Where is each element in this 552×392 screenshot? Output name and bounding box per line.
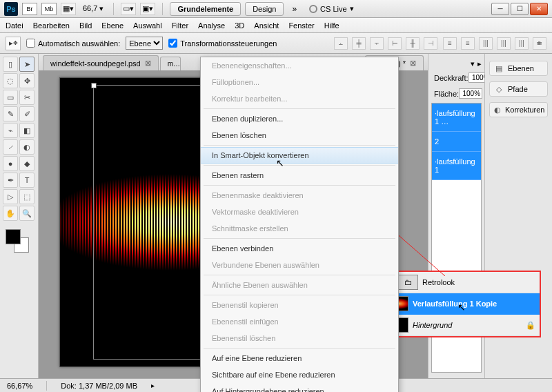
layer-item[interactable]: ·laufsfüllung 1: [432, 152, 481, 180]
context-menu-item[interactable]: Ebenen rastern: [201, 167, 398, 184]
workspace-design[interactable]: Design: [245, 2, 284, 16]
tool-heal[interactable]: ✎: [3, 106, 18, 121]
status-doc[interactable]: Dok: 1,37 MB/2,09 MB: [61, 382, 137, 390]
tool-crop[interactable]: ▭: [3, 90, 18, 105]
tool-dodge[interactable]: ◆: [19, 156, 34, 171]
align-top-icon[interactable]: ⫠: [334, 37, 348, 50]
bridge-button[interactable]: Br: [22, 3, 37, 15]
tool-history[interactable]: ◧: [19, 123, 34, 138]
tool-path-select[interactable]: ▷: [3, 189, 18, 204]
menu-bearbeiten[interactable]: Bearbeiten: [33, 21, 70, 30]
dist-2-icon[interactable]: ≡: [461, 37, 475, 50]
tool-shape[interactable]: ⬚: [19, 189, 34, 204]
view-extras-icon[interactable]: ▦▾: [61, 3, 76, 15]
tool-eraser[interactable]: ⟋: [3, 139, 18, 155]
menu-analyse[interactable]: Analyse: [198, 21, 225, 30]
menu-hilfe[interactable]: Hilfe: [324, 21, 339, 30]
fill-input[interactable]: [459, 88, 482, 99]
tool-zoom[interactable]: 🔍: [19, 206, 34, 221]
transform-controls-input[interactable]: [168, 39, 177, 48]
maximize-button[interactable]: ☐: [511, 3, 529, 15]
tool-brush[interactable]: ✐: [19, 106, 34, 121]
tool-pen[interactable]: ✒: [3, 173, 18, 188]
zoom-value[interactable]: 66,7 ▾: [80, 4, 106, 13]
context-menu-item[interactable]: Ebenen verbinden: [201, 240, 398, 257]
layer-item[interactable]: ·laufsfüllung 1 …: [432, 104, 481, 132]
tool-lasso[interactable]: ◌: [3, 73, 18, 88]
context-menu-item[interactable]: Ebenen duplizieren...: [201, 110, 398, 127]
layers-menu-icon[interactable]: ▾: [471, 59, 475, 68]
tool-hand[interactable]: ✋: [3, 206, 18, 221]
workspace-grundelemente[interactable]: Grundelemente: [170, 2, 241, 16]
adjust-icon: ◐: [494, 105, 501, 115]
context-menu-item: Ebenenmaske deaktivieren: [201, 187, 398, 204]
tool-gradient[interactable]: ◐: [19, 139, 34, 155]
move-tool-icon[interactable]: ▸✥: [6, 37, 21, 50]
cslive-circle-icon: [309, 5, 317, 13]
dist-3-icon[interactable]: |||: [479, 37, 493, 50]
align-group: ⫠ ╪ ⫟ ⊢ ╫ ⊣: [334, 37, 437, 50]
dist-1-icon[interactable]: ≡: [443, 37, 457, 50]
menu-bar: Datei Bearbeiten Bild Ebene Auswahl Filt…: [0, 18, 552, 33]
dist-5-icon[interactable]: |||: [515, 37, 529, 50]
tool-stamp[interactable]: ⌁: [3, 123, 18, 138]
context-menu-item: Ähnliche Ebenen auswählen: [201, 277, 398, 293]
document-tab-1[interactable]: windeffekt-soundpegel.psd ⊠: [43, 55, 159, 70]
dist-4-icon[interactable]: |||: [497, 37, 511, 50]
tool-wand[interactable]: ✥: [19, 73, 34, 88]
auto-select-type[interactable]: Ebene: [126, 37, 163, 50]
menu-3d[interactable]: 3D: [235, 21, 244, 30]
options-bar: ▸✥ Automatisch auswählen: Ebene Transfor…: [0, 33, 552, 54]
document-tab-2[interactable]: m…: [160, 57, 181, 70]
align-right-icon[interactable]: ⊣: [424, 37, 437, 50]
menu-filter[interactable]: Filter: [172, 21, 188, 30]
panel-korrekturen[interactable]: ◐ Korrekturen: [489, 102, 548, 117]
align-hcenter-icon[interactable]: ╫: [406, 37, 420, 50]
context-menu-item[interactable]: Ebenen löschen: [201, 127, 398, 144]
menu-ansicht[interactable]: Ansicht: [254, 21, 279, 30]
tool-move[interactable]: ➤: [19, 57, 34, 72]
context-menu-item[interactable]: Auf eine Ebene reduzieren: [201, 350, 398, 366]
transform-controls-checkbox[interactable]: Transformationssteuerungen: [168, 39, 277, 48]
tool-blur[interactable]: ●: [3, 156, 18, 171]
context-menu-item: Korrektur bearbeiten...: [201, 90, 398, 107]
menu-bild[interactable]: Bild: [79, 21, 92, 30]
tool-type[interactable]: T: [19, 173, 34, 188]
menu-auswahl[interactable]: Auswahl: [133, 21, 162, 30]
menu-ebene[interactable]: Ebene: [101, 21, 124, 30]
close-button[interactable]: ✕: [530, 3, 548, 15]
foreground-color[interactable]: [6, 229, 21, 244]
color-swatches[interactable]: [3, 226, 34, 254]
auto-select-checkbox[interactable]: Automatisch auswählen:: [26, 39, 120, 48]
menu-datei[interactable]: Datei: [6, 21, 23, 30]
context-menu-item[interactable]: In Smart-Objekt konvertieren: [201, 147, 398, 164]
status-zoom[interactable]: 66,67%: [7, 382, 32, 390]
close-tab-icon-2[interactable]: ⊠: [410, 59, 416, 68]
layers-icon: ▤: [494, 63, 504, 73]
cs-live-button[interactable]: CS Live ▾: [305, 4, 358, 13]
context-menu-item[interactable]: Auf Hintergrundebene reduzieren: [201, 383, 398, 392]
layers-collapse-icon[interactable]: ▸: [477, 59, 482, 68]
align-bottom-icon[interactable]: ⫟: [370, 37, 384, 50]
tool-eyedropper[interactable]: ✂: [19, 90, 34, 105]
arrange-icon[interactable]: ▭▾: [121, 3, 136, 15]
dist-6-icon[interactable]: ⩩: [533, 37, 546, 50]
menu-fenster[interactable]: Fenster: [288, 21, 314, 30]
context-menu[interactable]: Ebeneneigenschaften...Fülloptionen...Kor…: [200, 57, 399, 392]
minibridge-button[interactable]: Mb: [41, 3, 57, 15]
screen-mode-icon[interactable]: ▣▾: [140, 3, 155, 15]
layer-item[interactable]: 2: [432, 132, 481, 152]
align-vcenter-icon[interactable]: ╪: [352, 37, 366, 50]
tool-rect-marquee[interactable]: ▯: [3, 57, 18, 72]
panel-ebenen[interactable]: ▤ Ebenen: [489, 61, 548, 76]
lock-icon: 🔒: [526, 321, 535, 330]
panel-pfade[interactable]: ◇ Pfade: [489, 81, 548, 97]
context-menu-item: Ebenenstil kopieren: [201, 297, 398, 313]
close-tab-icon[interactable]: ⊠: [145, 59, 151, 68]
align-left-icon[interactable]: ⊢: [388, 37, 402, 50]
workspace-more-icon[interactable]: »: [288, 4, 301, 14]
auto-select-input[interactable]: [26, 39, 35, 48]
minimize-button[interactable]: ─: [491, 3, 509, 15]
context-menu-item: Vektormaske deaktivieren: [201, 204, 398, 220]
context-menu-item[interactable]: Sichtbare auf eine Ebene reduzieren: [201, 366, 398, 383]
